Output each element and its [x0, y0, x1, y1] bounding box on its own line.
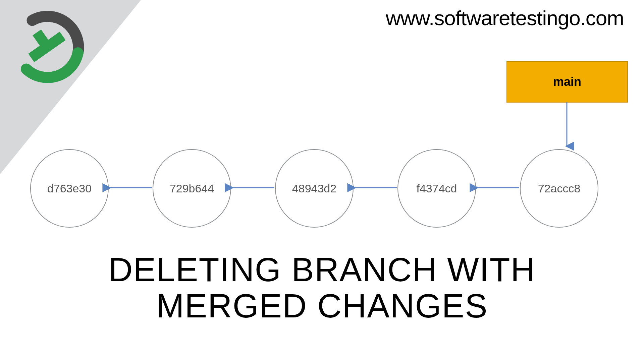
commit-node: 48943d2 — [275, 149, 354, 228]
title-line-2: MERGED CHANGES — [156, 287, 488, 324]
commit-node: 729b644 — [153, 149, 231, 228]
logo-icon — [10, 10, 84, 84]
site-logo — [10, 10, 84, 84]
branch-label-text: main — [553, 75, 581, 89]
site-url: www.softwaretestingo.com — [386, 6, 624, 30]
commit-hash: d763e30 — [47, 182, 92, 195]
title-line-1: DELETING BRANCH WITH — [108, 251, 535, 288]
commit-hash: f4374cd — [417, 182, 457, 195]
commit-hash: 729b644 — [170, 182, 214, 195]
commit-node: d763e30 — [30, 149, 109, 228]
commit-node: 72accc8 — [520, 149, 598, 228]
branch-label-main: main — [506, 61, 628, 103]
commit-node: f4374cd — [397, 149, 476, 228]
commit-hash: 72accc8 — [538, 182, 581, 195]
page-title: DELETING BRANCH WITH MERGED CHANGES — [0, 251, 644, 324]
commit-hash: 48943d2 — [292, 182, 336, 195]
